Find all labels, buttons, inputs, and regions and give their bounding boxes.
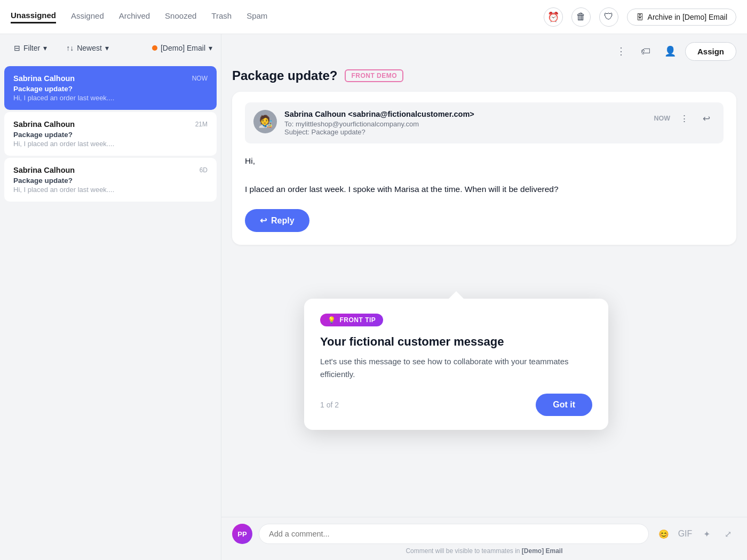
assign-person-button[interactable]: 👤 [661, 42, 680, 61]
tag-icon: 🏷 [641, 46, 650, 57]
clock-icon-btn[interactable]: ⏰ [544, 7, 563, 27]
sort-icon: ↑↓ [66, 44, 74, 52]
tooltip-counter: 1 of 2 [320, 401, 339, 409]
email-title: Package update? [232, 68, 337, 83]
conv-subject: Package update? [13, 85, 208, 93]
tab-assigned[interactable]: Assigned [71, 11, 104, 22]
avatar-face: 🧑‍🎨 [258, 115, 273, 129]
trash-icon-btn[interactable]: 🗑 [571, 7, 591, 27]
filter-icon: ⊟ [14, 44, 20, 52]
conv-header: Sabrina Calhoun 6D [13, 166, 208, 174]
conv-sender: Sabrina Calhoun [13, 166, 75, 174]
email-more-icon: ⋮ [680, 113, 689, 124]
tooltip-popup: 💡 FRONT TIP Your fictional customer mess… [304, 299, 608, 430]
list-item[interactable]: Sabrina Calhoun 21M Package update? Hi, … [4, 112, 217, 156]
email-to: To: mylittleshop@yourfictionalcompany.co… [284, 120, 646, 128]
gif-button[interactable]: GIF [677, 525, 694, 542]
tooltip-title: Your fictional customer message [320, 335, 592, 349]
right-toolbar: ⋮ 🏷 👤 Assign [221, 34, 747, 68]
archive-icon: 🗄 [636, 13, 643, 21]
email-meta: Sabrina Calhoun <sabrina@fictionalcustom… [284, 110, 646, 136]
tab-archived[interactable]: Archived [119, 11, 150, 22]
emoji-icon: 😊 [658, 529, 669, 539]
conv-time: 21M [195, 121, 208, 128]
conv-preview: Hi, I placed an order last week.... [13, 140, 208, 148]
email-time: NOW [654, 115, 670, 122]
inbox-selector[interactable]: [Demo] Email ▾ [152, 44, 212, 52]
email-reply-icon-button[interactable]: ↩ [698, 110, 715, 127]
more-icon: ⋮ [616, 45, 626, 57]
email-header-right: NOW ⋮ ↩ [654, 110, 715, 127]
tag-button[interactable]: 🏷 [636, 42, 655, 61]
inbox-dot [152, 45, 157, 51]
sparkle-icon: ✦ [703, 529, 710, 539]
conv-time: NOW [192, 75, 208, 82]
list-item[interactable]: Sabrina Calhoun NOW Package update? Hi, … [4, 66, 217, 110]
email-subject-line: Subject: Package update? [284, 128, 646, 136]
reply-icon: ↩ [703, 113, 710, 124]
clock-icon: ⏰ [547, 11, 559, 23]
archive-in-demo-button[interactable]: 🗄 Archive in [Demo] Email [627, 9, 736, 26]
conv-time: 6D [200, 166, 208, 174]
sort-button[interactable]: ↑↓ Newest ▾ [61, 41, 114, 55]
conv-preview: Hi, I placed an order last week.... [13, 94, 208, 102]
comment-input[interactable] [259, 524, 649, 544]
filter-chevron-icon: ▾ [43, 44, 47, 52]
email-content: Package update? FRONT DEMO 🧑‍🎨 Sabrina C… [221, 68, 747, 517]
front-tip-badge: 💡 FRONT TIP [320, 314, 383, 326]
top-nav: Unassigned Assigned Archived Snoozed Tra… [0, 0, 747, 34]
conv-header: Sabrina Calhoun NOW [13, 74, 208, 83]
pp-avatar: PP [232, 524, 252, 544]
more-options-button[interactable]: ⋮ [611, 42, 631, 61]
inbox-chevron-icon: ▾ [209, 44, 212, 52]
tab-unassigned[interactable]: Unassigned [11, 11, 56, 23]
shield-icon-btn[interactable]: 🛡 [599, 7, 618, 27]
sender-avatar: 🧑‍🎨 [253, 110, 277, 133]
conv-subject: Package update? [13, 131, 208, 139]
email-body: Hi, I placed an order last week. I spoke… [245, 154, 724, 196]
conv-header: Sabrina Calhoun 21M [13, 120, 208, 129]
tooltip-footer: 1 of 2 Got it [320, 394, 592, 416]
comment-notice: Comment will be visible to teammates in … [232, 544, 736, 556]
trash-icon: 🗑 [576, 11, 586, 22]
got-it-button[interactable]: Got it [536, 394, 592, 416]
lightbulb-icon: 💡 [328, 316, 336, 324]
comment-row: PP 😊 GIF ✦ ⤢ [232, 524, 736, 544]
email-more-button[interactable]: ⋮ [676, 110, 693, 127]
reply-button[interactable]: ↩ Reply [245, 209, 309, 232]
assign-person-icon: 👤 [664, 45, 676, 57]
emoji-button[interactable]: 😊 [655, 525, 672, 542]
left-panel: ⊟ Filter ▾ ↑↓ Newest ▾ [Demo] Email ▾ Sa… [0, 34, 221, 560]
right-panel: ⋮ 🏷 👤 Assign Package update? FRONT DEMO … [221, 34, 747, 560]
conv-sender: Sabrina Calhoun [13, 120, 75, 129]
tooltip-description: Let's use this message to see how to col… [320, 355, 592, 381]
tooltip-arrow [449, 291, 464, 299]
front-demo-badge: FRONT DEMO [345, 69, 403, 82]
main-layout: ⊟ Filter ▾ ↑↓ Newest ▾ [Demo] Email ▾ Sa… [0, 34, 747, 560]
gif-icon: GIF [678, 529, 693, 539]
sparkle-button[interactable]: ✦ [698, 525, 715, 542]
conv-subject: Package update? [13, 177, 208, 185]
email-header-block: 🧑‍🎨 Sabrina Calhoun <sabrina@fictionalcu… [245, 102, 724, 143]
nav-icons: ⏰ 🗑 🛡 🗄 Archive in [Demo] Email [544, 7, 736, 27]
conv-preview: Hi, I placed an order last week.... [13, 186, 208, 194]
sort-chevron-icon: ▾ [105, 44, 109, 52]
left-toolbar: ⊟ Filter ▾ ↑↓ Newest ▾ [Demo] Email ▾ [0, 34, 221, 62]
tab-snoozed[interactable]: Snoozed [165, 11, 196, 22]
bottom-bar: PP 😊 GIF ✦ ⤢ C [221, 517, 747, 560]
list-item[interactable]: Sabrina Calhoun 6D Package update? Hi, I… [4, 158, 217, 202]
email-from: Sabrina Calhoun <sabrina@fictionalcustom… [284, 110, 646, 118]
conversation-list: Sabrina Calhoun NOW Package update? Hi, … [0, 62, 221, 560]
tab-trash[interactable]: Trash [211, 11, 232, 22]
expand-button[interactable]: ⤢ [719, 525, 736, 542]
conv-sender: Sabrina Calhoun [13, 74, 75, 83]
email-title-row: Package update? FRONT DEMO [232, 68, 736, 83]
reply-btn-icon: ↩ [260, 215, 267, 226]
filter-button[interactable]: ⊟ Filter ▾ [9, 41, 52, 55]
tab-spam[interactable]: Spam [247, 11, 267, 22]
email-card: 🧑‍🎨 Sabrina Calhoun <sabrina@fictionalcu… [232, 92, 736, 245]
expand-icon: ⤢ [725, 529, 732, 539]
comment-actions: 😊 GIF ✦ ⤢ [655, 525, 736, 542]
shield-icon: 🛡 [604, 11, 614, 22]
assign-button[interactable]: Assign [685, 42, 736, 61]
